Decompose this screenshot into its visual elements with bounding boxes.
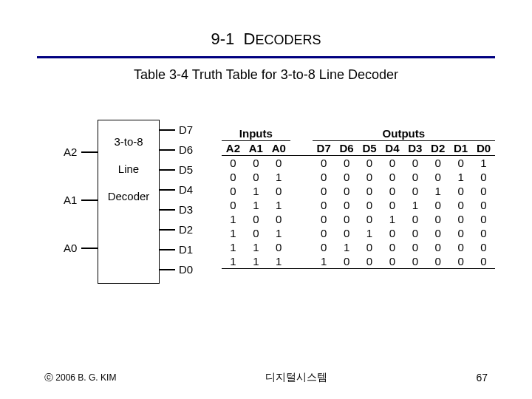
- cell: 0: [472, 226, 495, 240]
- cell: 0: [449, 212, 472, 226]
- cell: 0: [313, 170, 335, 184]
- cell: 0: [358, 212, 381, 226]
- cell: 0: [381, 198, 403, 212]
- cell: 0: [267, 212, 290, 226]
- cell: 1: [245, 240, 267, 254]
- table-row: 10100100000: [222, 226, 495, 240]
- col-out-2: D5: [358, 140, 381, 155]
- footer: ⓒ 2006 B. G. KIM 디지털시스템 67: [0, 371, 532, 384]
- cell: 0: [245, 155, 267, 170]
- cell: 0: [267, 240, 290, 254]
- cell: 0: [472, 212, 495, 226]
- wire-d3: [159, 209, 175, 211]
- cell: 0: [449, 198, 472, 212]
- cell: 1: [245, 254, 267, 269]
- cell: 1: [335, 240, 358, 254]
- cell: 0: [222, 155, 245, 170]
- cell: 0: [403, 170, 426, 184]
- cell: 0: [313, 240, 335, 254]
- cell: 1: [313, 254, 335, 269]
- cell: 1: [245, 184, 267, 198]
- cell: 0: [358, 240, 381, 254]
- cell: 0: [449, 226, 472, 240]
- inputs-header: Inputs: [222, 126, 290, 141]
- cell: 0: [267, 155, 290, 170]
- table-row: 11110000000: [222, 254, 495, 269]
- content-area: 3-to-8 Line Decoder A2 A1 A0 D7 D6 D5 D4…: [0, 105, 532, 290]
- out-d2: D2: [179, 223, 193, 236]
- cell: 1: [426, 184, 449, 198]
- cell: 0: [381, 170, 403, 184]
- col-out-5: D2: [426, 140, 449, 155]
- cell: 0: [381, 240, 403, 254]
- cell: 0: [245, 170, 267, 184]
- box-line-0: 3-to-8: [98, 135, 159, 148]
- cell: 0: [313, 212, 335, 226]
- table-row: 00100000010: [222, 170, 495, 184]
- table-row: 11001000000: [222, 240, 495, 254]
- outputs-header: Outputs: [313, 126, 495, 141]
- wire-d0: [159, 269, 175, 270]
- wire-d5: [159, 169, 175, 171]
- cell: 0: [335, 184, 358, 198]
- cell: 0: [313, 155, 335, 170]
- cell: 0: [222, 198, 245, 212]
- cell: 0: [426, 155, 449, 170]
- wire-a1: [81, 200, 98, 201]
- truth-table-wrap: InputsOutputsA2A1A0D7D6D5D4D3D2D1D000000…: [222, 126, 495, 269]
- cell: 1: [449, 170, 472, 184]
- out-d3: D3: [179, 203, 193, 216]
- cell: 0: [245, 212, 267, 226]
- decoder-diagram: 3-to-8 Line Decoder A2 A1 A0 D7 D6 D5 D4…: [37, 105, 207, 290]
- section-title: 9-1 DECODERS: [0, 0, 532, 49]
- decoder-box: 3-to-8 Line Decoder: [98, 120, 160, 284]
- cell: 0: [313, 226, 335, 240]
- cell: 0: [403, 226, 426, 240]
- out-d4: D4: [179, 183, 193, 196]
- cell: 0: [335, 198, 358, 212]
- col-in-2: A0: [267, 140, 290, 155]
- cell: 0: [472, 254, 495, 269]
- box-line-1: Line: [98, 163, 159, 175]
- cell: 0: [358, 254, 381, 269]
- cell: 0: [358, 198, 381, 212]
- box-line-2: Decoder: [98, 190, 159, 202]
- cell: 0: [335, 226, 358, 240]
- cell: 0: [335, 155, 358, 170]
- title-d: D: [244, 30, 256, 48]
- page-number: 67: [476, 372, 488, 383]
- out-d7: D7: [179, 123, 193, 136]
- section-number: 9-1: [211, 30, 235, 48]
- copyright: ⓒ 2006 B. G. KIM: [44, 372, 116, 384]
- wire-d4: [159, 189, 175, 191]
- cell: 0: [472, 240, 495, 254]
- cell: 1: [472, 155, 495, 170]
- cell: 1: [267, 226, 290, 240]
- wire-d6: [159, 149, 175, 151]
- cell: 0: [381, 226, 403, 240]
- cell: 0: [426, 254, 449, 269]
- wire-a2: [81, 151, 98, 153]
- cell: 0: [245, 226, 267, 240]
- cell: 0: [403, 212, 426, 226]
- cell: 0: [267, 184, 290, 198]
- cell: 0: [449, 254, 472, 269]
- cell: 0: [472, 170, 495, 184]
- wire-d1: [159, 249, 175, 250]
- out-d1: D1: [179, 243, 193, 256]
- cell: 0: [313, 184, 335, 198]
- col-out-7: D0: [472, 140, 495, 155]
- cell: 0: [426, 226, 449, 240]
- cell: 0: [449, 240, 472, 254]
- cell: 1: [245, 198, 267, 212]
- cell: 0: [426, 240, 449, 254]
- cell: 0: [403, 184, 426, 198]
- cell: 0: [222, 170, 245, 184]
- wire-a0: [81, 248, 98, 249]
- table-row: 01000000100: [222, 184, 495, 198]
- cell: 1: [358, 226, 381, 240]
- cell: 0: [335, 212, 358, 226]
- col-out-6: D1: [449, 140, 472, 155]
- cell: 0: [472, 184, 495, 198]
- cell: 0: [313, 198, 335, 212]
